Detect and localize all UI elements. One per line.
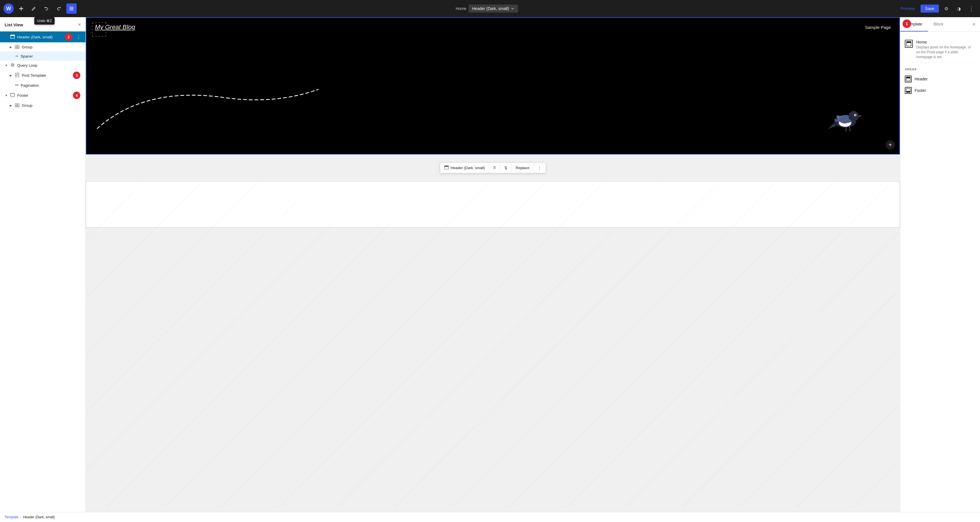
- replace-button[interactable]: Replace: [512, 163, 534, 172]
- collapse-toggle-query-loop[interactable]: ▼: [3, 62, 9, 68]
- theme-toggle[interactable]: ◑: [954, 3, 964, 14]
- sidebar-close-button[interactable]: ×: [78, 22, 81, 28]
- svg-rect-35: [86, 182, 900, 507]
- breadcrumb-separator: ›: [20, 515, 21, 519]
- svg-rect-10: [18, 48, 19, 49]
- template-home-info: Home Displays posts on the homepage, or …: [916, 40, 975, 59]
- active-block-indicator[interactable]: Header (Dark, small): [469, 5, 518, 13]
- add-block-button[interactable]: [16, 3, 26, 14]
- preview-button[interactable]: Preview: [897, 5, 918, 13]
- svg-line-31: [850, 126, 850, 131]
- query-loop-inner: [86, 182, 900, 227]
- canvas-area[interactable]: My Great Blog Sample Page: [86, 17, 900, 512]
- header-block-toolbar-icon: [444, 165, 449, 171]
- group2-label: Group: [22, 103, 82, 108]
- save-button[interactable]: Save: [921, 5, 939, 13]
- area-header-name: Header: [915, 77, 928, 81]
- block-more-options[interactable]: ⋮: [534, 163, 546, 172]
- collapse-toggle-header[interactable]: ▼: [3, 34, 9, 40]
- area-item-header[interactable]: Header: [905, 73, 975, 85]
- svg-rect-3: [70, 8, 73, 9]
- header-logo-placeholder: [92, 22, 107, 37]
- edit-button[interactable]: [29, 3, 39, 14]
- wp-logo[interactable]: W: [3, 3, 14, 14]
- area-footer-icon: [905, 87, 912, 94]
- svg-rect-37: [907, 42, 911, 43]
- block-icon-group1: [15, 45, 19, 50]
- more-icon: ⋮: [538, 166, 541, 170]
- svg-rect-19: [15, 104, 17, 105]
- footer-label: Footer: [17, 93, 72, 97]
- right-sidebar-header: Template Block ×: [900, 17, 980, 32]
- svg-rect-41: [906, 91, 910, 93]
- svg-rect-4: [70, 10, 73, 10]
- active-block-label: Header (Dark, small): [472, 6, 509, 11]
- svg-point-12: [12, 64, 13, 65]
- tree-item-query-loop[interactable]: ▼ Query Loop: [0, 61, 86, 70]
- breadcrumb-current: Header (Dark, small): [23, 515, 55, 519]
- block-icon-pagination: •••: [15, 83, 19, 87]
- area-item-footer[interactable]: Footer: [905, 85, 975, 96]
- collapse-toggle-footer[interactable]: ▼: [3, 93, 9, 98]
- top-toolbar: W Home Header (Dark, small) Preview Save…: [0, 0, 980, 17]
- tree-item-group2[interactable]: ▶ Group: [0, 101, 86, 110]
- badge-1: 1: [902, 19, 911, 28]
- undo-button[interactable]: [41, 3, 51, 14]
- tab-block[interactable]: Block: [928, 17, 949, 32]
- collapse-toggle-group1[interactable]: ▶: [8, 44, 14, 50]
- template-home-desc: Displays posts on the homepage, or on th…: [916, 45, 975, 59]
- post-template-toggle[interactable]: ▶: [8, 72, 14, 78]
- spacer-indent: [8, 53, 14, 59]
- dashed-arc: [92, 74, 326, 131]
- right-sidebar-close-button[interactable]: ×: [968, 21, 980, 27]
- right-sidebar: Template Block × 1 Home Displays posts o…: [900, 17, 980, 512]
- svg-rect-22: [18, 106, 19, 107]
- block-toolbar: Header (Dark, small) ⠿ ⇅ Replace ⋮: [440, 163, 546, 173]
- header-block-label: Header (Dark, small): [17, 35, 64, 39]
- header-block[interactable]: My Great Blog Sample Page: [86, 17, 900, 155]
- svg-rect-33: [445, 166, 449, 167]
- block-icon-item[interactable]: Header (Dark, small): [440, 163, 489, 173]
- svg-rect-7: [15, 45, 17, 47]
- svg-point-27: [848, 111, 859, 121]
- redo-button[interactable]: [54, 3, 64, 14]
- left-sidebar: List View × ▼ Header (Dark, small) 2 ⋮ ▶…: [0, 17, 86, 512]
- tree-item-spacer[interactable]: ↗ Spacer: [0, 51, 86, 61]
- badge-2: 2: [65, 33, 72, 41]
- svg-point-29: [855, 115, 856, 116]
- right-sidebar-header-wrapper: Template Block × 1: [900, 17, 980, 32]
- template-home-icon: [905, 40, 913, 48]
- tree-item-group1[interactable]: ▶ Group: [0, 42, 86, 51]
- toolbar-center: Home Header (Dark, small): [79, 5, 895, 13]
- drag-handle[interactable]: ⠿: [489, 163, 500, 172]
- add-block-in-header[interactable]: +: [886, 140, 895, 149]
- tree-item-header[interactable]: ▼ Header (Dark, small) 2 ⋮: [0, 32, 86, 42]
- undo-tooltip: Undo ⌘Z: [34, 17, 55, 25]
- breadcrumb-template[interactable]: Template: [5, 515, 19, 519]
- collapse-toggle-group2[interactable]: ▶: [8, 102, 14, 108]
- tree-item-pagination[interactable]: ••• Pagination: [0, 81, 86, 90]
- areas-label: AREAS: [905, 67, 975, 71]
- settings-button[interactable]: ⚙: [941, 3, 951, 14]
- tree-item-footer[interactable]: ▼ Footer 4: [0, 90, 86, 101]
- block-icon-header: [10, 34, 15, 40]
- sidebar-title: List View: [5, 22, 23, 27]
- tree-item-post-template[interactable]: ▶ Post Template 3: [0, 70, 86, 81]
- block-icon-post-template: [15, 73, 19, 78]
- query-loop-canvas-block[interactable]: [86, 181, 900, 228]
- list-view-button[interactable]: [66, 3, 76, 14]
- group1-label: Group: [22, 45, 82, 49]
- drag-icon: ⠿: [493, 166, 496, 170]
- block-icon-group2: [15, 103, 19, 108]
- block-icon-spacer: ↗: [14, 53, 19, 59]
- template-home-item[interactable]: Home Displays posts on the homepage, or …: [905, 36, 975, 63]
- svg-rect-18: [11, 96, 14, 97]
- pagination-label: Pagination: [21, 83, 82, 88]
- query-loop-label: Query Loop: [17, 63, 82, 67]
- block-icon-query-loop: [10, 63, 15, 68]
- badge-3: 3: [73, 72, 80, 79]
- move-up-down[interactable]: ⇅: [500, 163, 512, 172]
- header-more-button[interactable]: ⋮: [75, 34, 82, 40]
- more-options-button[interactable]: ⋮: [966, 3, 977, 14]
- breadcrumb-home[interactable]: Home: [456, 6, 466, 11]
